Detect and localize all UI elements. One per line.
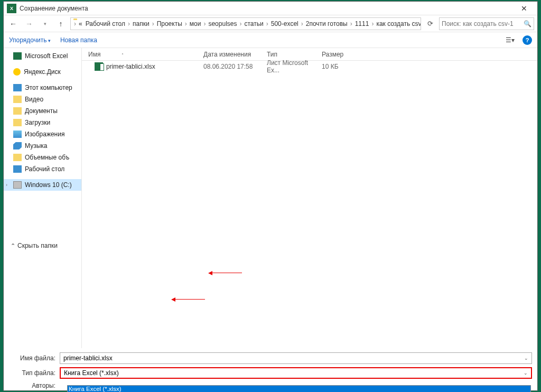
sidebar-item-label: Документы [25,107,58,115]
excel-icon: X [7,4,16,13]
breadcrumb-item[interactable]: seopulses [207,20,238,27]
folder-icon [13,130,22,138]
filetype-label: Тип файла: [9,369,60,377]
close-button[interactable]: ✕ [514,3,534,14]
up-button[interactable]: ↑ [54,17,67,30]
folder-icon [13,142,22,150]
sidebar-item-label: Видео [25,96,43,103]
refresh-button[interactable]: ⟳ [424,18,436,30]
chevron-down-icon[interactable]: ⌄ [524,356,528,361]
breadcrumb-item[interactable]: статьи [242,20,265,27]
breadcrumb-item[interactable]: мои [188,20,203,27]
breadcrumb-item[interactable]: как создать csv-1 [375,20,421,27]
excel-file-icon [95,62,103,71]
forward-button[interactable]: → [23,17,35,30]
navbar: ← → ▾ ↑ › « Рабочий стол›папки›Проекты›м… [4,15,537,32]
sidebar-item[interactable]: Загрузки [4,117,81,128]
sidebar-item[interactable]: Этот компьютер [4,82,81,94]
view-button[interactable]: ☰▾ [502,35,517,45]
breadcrumb-item[interactable]: Рабочий стол [84,20,127,27]
folder-icon [13,96,22,103]
sidebar-item[interactable]: Объемные объ [4,152,81,163]
filename-label: Имя файла: [9,354,60,362]
folder-icon [13,84,22,91]
sidebar-item-label: Яндекс.Диск [24,68,61,76]
sidebar-item-label: Объемные объ [25,154,69,161]
folder-icon [13,181,22,189]
sidebar-item[interactable]: Видео [4,94,81,105]
sidebar-item-label: Музыка [25,142,47,150]
sidebar-item[interactable]: Изображения [4,128,81,140]
sidebar-item[interactable]: Документы [4,105,81,117]
help-button[interactable]: ? [523,35,532,45]
sidebar-item[interactable]: ›Windows 10 (C:) [4,179,81,191]
bottom-panel: Имя файла: primer-tablici.xlsx ⌄ Тип фай… [4,348,537,390]
sidebar-item-label: Рабочий стол [25,165,64,173]
sidebar-item-label: Изображения [25,130,64,138]
chevron-down-icon[interactable]: ⌄ [524,370,528,376]
folder-icon [13,154,22,161]
back-button[interactable]: ← [7,17,20,30]
toolbar: Упорядочить Новая папка ☰▾ ? [4,32,537,48]
breadcrumb-item[interactable]: 500-excel [269,20,300,27]
folder-icon [13,107,22,115]
folder-icon [13,52,22,60]
save-dialog: X Сохранение документа ✕ ← → ▾ ↑ › « Раб… [3,1,538,391]
file-list-pane: Имя˄ Дата изменения Тип Размер primer-ta… [82,48,537,348]
annotation-arrow [173,299,205,300]
annotation-arrow [210,273,242,273]
file-row[interactable]: primer-tablici.xlsx08.06.2020 17:58Лист … [82,61,537,72]
search-box[interactable]: 🔍 [439,17,534,30]
folder-icon [13,119,22,126]
organize-button[interactable]: Упорядочить [9,36,51,44]
folder-icon [13,68,21,76]
search-icon: 🔍 [524,20,531,27]
sidebar-item[interactable]: Рабочий стол [4,163,81,175]
breadcrumb-item[interactable]: папки [131,20,151,27]
sidebar-item-label: Microsoft Excel [25,52,68,60]
filename-input[interactable]: primer-tablici.xlsx ⌄ [60,352,532,364]
chevron-right-icon: › [6,182,7,188]
folder-icon [13,165,22,173]
recent-button[interactable]: ▾ [39,17,51,30]
sidebar-item-label: Загрузки [25,119,50,126]
sidebar-item[interactable]: Microsoft Excel [4,50,81,62]
sidebar: Microsoft ExcelЯндекс.ДискЭтот компьютер… [4,48,82,348]
sidebar-item[interactable]: Яндекс.Диск [4,66,81,78]
filetype-dropdown-list[interactable]: Книга Excel (*.xlsx)Книга Excel с поддер… [67,385,531,392]
breadcrumb-item[interactable]: 1111 [353,20,371,27]
new-folder-button[interactable]: Новая папка [60,36,97,44]
filetype-dropdown[interactable]: Книга Excel (*.xlsx) ⌄ [60,367,532,379]
search-input[interactable] [442,20,524,27]
sidebar-item[interactable]: Музыка [4,140,81,152]
hide-folders-button[interactable]: Скрыть папки [11,242,58,249]
sort-indicator: ˄ [122,53,124,58]
sidebar-item-label: Windows 10 (C:) [25,181,72,189]
breadcrumb-item[interactable]: Проекты [155,20,184,27]
sidebar-item-label: Этот компьютер [25,84,72,91]
authors-label: Авторы: [9,382,60,389]
breadcrumb-item[interactable]: 2почти готовы [304,20,349,27]
filetype-option[interactable]: Книга Excel (*.xlsx) [68,386,530,392]
titlebar: X Сохранение документа ✕ [4,2,537,15]
window-title: Сохранение документа [20,5,514,12]
breadcrumb[interactable]: › « Рабочий стол›папки›Проекты›мои›seopu… [70,17,421,30]
